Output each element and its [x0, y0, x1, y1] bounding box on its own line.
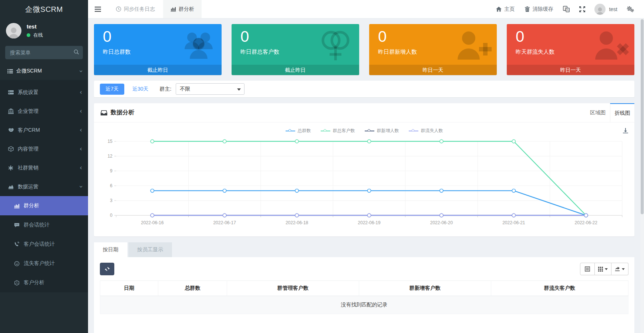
chevron-left-icon: ‹	[80, 165, 82, 171]
col-header-lost-customers[interactable]: 群流失客户数	[491, 281, 628, 296]
caret-down-icon	[237, 88, 241, 91]
owner-select[interactable]: 不限	[176, 83, 245, 95]
tab-area-chart[interactable]: 区域图	[586, 103, 610, 122]
col-header-total-groups[interactable]: 总群数	[158, 281, 227, 296]
sidebar-search	[5, 46, 83, 59]
svg-text:3: 3	[110, 198, 112, 203]
sidebar-item-customer-session-stats[interactable]: 客户会话统计	[0, 235, 88, 254]
topbar-user-menu[interactable]: test	[590, 4, 622, 15]
range-30days-link[interactable]: 近30天	[132, 86, 149, 92]
fullscreen-icon[interactable]	[574, 0, 590, 18]
tab-group-analysis[interactable]: 群分析	[163, 0, 202, 18]
chart-area: 036912152022-06-162022-06-172022-06-1820…	[94, 134, 634, 229]
empty-message: 没有找到匹配的记录	[100, 296, 628, 314]
legend-item[interactable]: 群流失人数	[409, 128, 443, 134]
col-header-managed-customers[interactable]: 群管理客户数	[227, 281, 359, 296]
sidebar-item-scrm-root[interactable]: 企微SCRM ‹	[0, 62, 88, 80]
vertical-scrollbar[interactable]	[640, 18, 644, 333]
bar-chart-icon	[171, 6, 176, 12]
user-plus-icon	[453, 28, 492, 62]
line-chart: 036912152022-06-162022-06-172022-06-1820…	[99, 136, 628, 229]
home-button[interactable]: 主页	[491, 0, 520, 18]
search-icon[interactable]	[74, 49, 79, 55]
tab-line-chart[interactable]: 折线图	[610, 103, 634, 122]
chevron-left-icon: ‹	[80, 127, 82, 133]
chevron-left-icon: ‹	[80, 108, 82, 114]
sidebar-item-group-session-stats[interactable]: 群会话统计	[0, 215, 88, 235]
filter-bar: 近7天 近30天 群主: 不限	[94, 81, 634, 97]
analysis-panel-header: 数据分析 区域图 折线图	[94, 103, 634, 122]
stat-footer-link[interactable]: 昨日一天	[369, 65, 497, 75]
table-view-controls	[580, 263, 628, 275]
data-table: 日期 总群数 群管理客户数 群新增客户数 群流失客户数 没有找到匹配的记录	[100, 280, 628, 314]
chevron-down-icon: ‹	[78, 70, 84, 73]
svg-text:2022-06-21: 2022-06-21	[502, 220, 525, 225]
sidebar-item-churned-customer-stats[interactable]: 流失客户统计	[0, 254, 88, 273]
columns-dropdown-button[interactable]	[595, 263, 611, 275]
scrollbar-thumb[interactable]	[641, 19, 644, 214]
svg-text:2022-06-22: 2022-06-22	[575, 220, 598, 225]
svg-text:2022-06-19: 2022-06-19	[358, 220, 381, 225]
sidebar-item-enterprise-mgmt[interactable]: 企业管理 ‹	[0, 102, 88, 121]
venus-double-icon	[317, 28, 354, 63]
svg-text:9: 9	[110, 168, 112, 174]
phone-icon	[14, 242, 24, 247]
col-header-date[interactable]: 日期	[100, 281, 158, 296]
stat-footer-link[interactable]: 昨日一天	[507, 65, 634, 75]
sidebar: 企微SCRM test 在线	[0, 0, 88, 333]
hamburger-icon[interactable]	[88, 0, 108, 18]
sync-task-log-button[interactable]: 同步任务日志	[108, 0, 163, 18]
export-dropdown-button[interactable]	[611, 263, 628, 275]
svg-text:12: 12	[108, 154, 113, 159]
table-tabs: 按日期 按员工显示	[94, 242, 634, 257]
sidebar-item-system-settings[interactable]: 系统设置 ‹	[0, 83, 88, 102]
stat-card-total-groups: 0 昨日总群数 截止昨日	[94, 24, 222, 75]
legend-item[interactable]: 群总客户数	[321, 128, 355, 134]
stat-card-new-members: 0 昨日群新增人数 昨日一天	[369, 24, 497, 75]
sidebar-item-customer-analysis[interactable]: 客户分析	[0, 273, 88, 292]
app-window: 企微SCRM test 在线	[0, 0, 644, 333]
hexagon-icon	[14, 280, 24, 286]
legend-item[interactable]: 群新增人数	[365, 128, 399, 134]
handshake-icon	[8, 127, 18, 133]
caret-down-icon	[622, 268, 625, 270]
cogs-icon[interactable]	[622, 0, 639, 18]
trash-icon	[525, 6, 530, 12]
download-icon[interactable]	[623, 128, 628, 134]
topbar: 同步任务日志 群分析 主页 清除缓存	[88, 0, 644, 18]
sidebar-user-panel: test 在线	[0, 18, 88, 42]
sidebar-item-data-operation[interactable]: 数据运营 ‹	[0, 177, 88, 196]
inbox-icon	[101, 110, 107, 116]
tab-by-staff[interactable]: 按员工显示	[128, 242, 172, 257]
user-times-icon	[591, 28, 629, 62]
sidebar-item-content-mgmt[interactable]: 内容管理 ‹	[0, 139, 88, 158]
stat-card-lost-members: 0 昨天群流失人数 昨日一天	[507, 24, 634, 75]
sidebar-user-name: test	[27, 23, 43, 30]
svg-text:2022-06-20: 2022-06-20	[430, 220, 453, 225]
sidebar-tree: 系统设置 ‹ 企业管理 ‹ 客户CRM ‹	[0, 80, 88, 292]
legend-item[interactable]: 总群数	[286, 128, 311, 134]
chart-legend: 总群数群总客户数群新增人数群流失人数	[94, 128, 634, 134]
sidebar-item-community-marketing[interactable]: 社群营销 ‹	[0, 158, 88, 177]
tab-by-date[interactable]: 按日期	[94, 242, 127, 257]
svg-text:0: 0	[110, 213, 112, 218]
sidebar-item-customer-crm[interactable]: 客户CRM ‹	[0, 121, 88, 139]
refresh-button[interactable]	[100, 263, 114, 275]
topbar-username: test	[609, 6, 617, 12]
stat-footer-link[interactable]: 截止昨日	[94, 65, 222, 75]
online-dot-icon	[27, 33, 30, 37]
clock-icon	[116, 6, 121, 12]
clear-cache-button[interactable]: 清除缓存	[520, 0, 558, 18]
svg-text:2022-06-18: 2022-06-18	[286, 220, 308, 225]
col-header-new-customers[interactable]: 群新增客户数	[359, 281, 491, 296]
refresh-icon	[105, 266, 110, 272]
th-list-icon	[7, 68, 16, 74]
search-input[interactable]	[5, 46, 83, 59]
translate-icon[interactable]: 文A	[558, 0, 574, 18]
stat-footer-link[interactable]: 截止昨日	[232, 65, 359, 75]
sidebar-item-group-analysis[interactable]: 群分析	[0, 196, 88, 215]
range-7days-button[interactable]: 近7天	[100, 84, 124, 95]
svg-text:2022-06-17: 2022-06-17	[213, 220, 236, 225]
toggle-view-button[interactable]	[580, 263, 595, 275]
table-empty-row: 没有找到匹配的记录	[100, 296, 628, 314]
